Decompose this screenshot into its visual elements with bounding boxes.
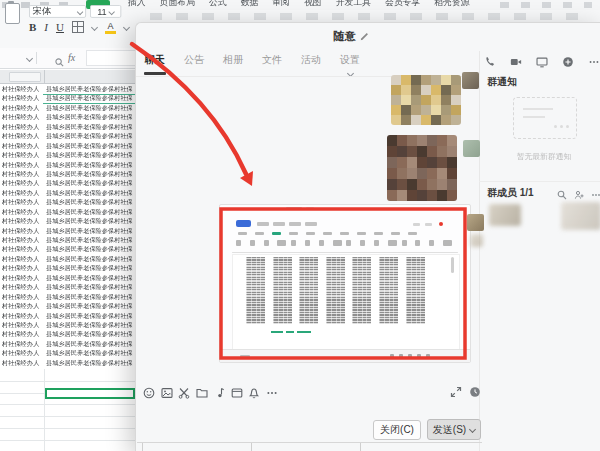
history-icon[interactable] <box>469 384 481 396</box>
selected-cell[interactable] <box>45 388 135 399</box>
sheet-row[interactable]: 村社保经办人县城乡居民养老保险参保村社保 <box>0 311 140 320</box>
more-icon[interactable] <box>588 54 600 66</box>
borders-icon[interactable] <box>72 21 84 33</box>
launch-app-icon[interactable] <box>562 54 574 66</box>
toolbar-ghost-icons[interactable] <box>150 13 590 20</box>
sent-photo-censored[interactable] <box>387 135 457 201</box>
add-member-icon[interactable] <box>574 186 584 196</box>
formula-input[interactable] <box>86 50 136 66</box>
emoji-icon[interactable] <box>143 385 155 397</box>
doc-text-column <box>406 257 425 324</box>
search-icon[interactable] <box>55 53 64 62</box>
avatar[interactable] <box>463 140 480 157</box>
sheet-row[interactable]: 村社保经办人县城乡居民养老保险参保村社保 <box>0 84 140 93</box>
menu-right-icons[interactable] <box>500 2 592 8</box>
menu-items: 插入页面布局公式数据审阅视图开发工具会员专享稻壳资源 <box>128 0 469 8</box>
sheet-row[interactable]: 村社保经办人县城乡居民养老保险参保村社保 <box>0 122 140 131</box>
font-size-select[interactable]: 11 <box>90 5 121 18</box>
sheet-data-rows[interactable]: 村社保经办人县城乡居民养老保险参保村社保村社保经办人县城乡居民养老保险参保村社保… <box>0 84 140 369</box>
screenshot-scissors-icon[interactable] <box>178 385 190 397</box>
tab-item[interactable]: 公告 <box>183 53 205 78</box>
italic-button[interactable]: I <box>44 21 48 33</box>
sheet-row[interactable]: 村社保经办人县城乡居民养老保险参保村社保 <box>0 301 140 310</box>
window-capture-icon[interactable] <box>231 385 243 397</box>
doc-close-button <box>439 222 443 226</box>
sheet-row[interactable]: 村社保经办人县城乡居民养老保险参保村社保 <box>0 226 140 235</box>
group-chat-window: 随意 聊天公告相册文件活动设置 <box>135 22 600 451</box>
file-folder-icon[interactable] <box>196 385 208 397</box>
sheet-row[interactable]: 村社保经办人县城乡居民养老保险参保村社保 <box>0 131 140 140</box>
sheet-row[interactable]: 村社保经办人县城乡居民养老保险参保村社保 <box>0 254 140 263</box>
sent-document-screenshot[interactable] <box>219 204 471 363</box>
sheet-row[interactable]: 村社保经办人县城乡居民养老保险参保村社保 <box>0 207 140 216</box>
avatar[interactable] <box>462 72 479 89</box>
menu-item[interactable]: 数据 <box>241 0 259 8</box>
close-button[interactable]: 关闭(C) <box>373 420 421 440</box>
sheet-row[interactable]: 村社保经办人县城乡居民养老保险参保村社保 <box>0 197 140 206</box>
name-box[interactable] <box>2 52 37 64</box>
sheet-row[interactable]: 村社保经办人县城乡居民养老保险参保村社保 <box>0 178 140 187</box>
sheet-row[interactable]: 村社保经办人县城乡居民养老保险参保村社保 <box>0 282 140 291</box>
member-avatar-censored[interactable] <box>489 204 521 226</box>
image-icon[interactable] <box>161 385 173 397</box>
sheet-row[interactable]: 村社保经办人县城乡居民养老保险参保村社保 <box>0 112 140 121</box>
menu-item[interactable]: 会员专享 <box>385 0 420 8</box>
more-tools-icon[interactable] <box>266 385 278 397</box>
menu-item[interactable]: 开发工具 <box>336 0 371 8</box>
fill-color-icon[interactable]: A <box>105 22 116 33</box>
voice-call-icon[interactable] <box>484 54 496 66</box>
expand-icon[interactable] <box>450 384 462 396</box>
doc-text-column <box>379 257 398 324</box>
menu-item[interactable]: 稻壳资源 <box>434 0 469 8</box>
sheet-row[interactable]: 村社保经办人县城乡居民养老保险参保村社保 <box>0 93 140 102</box>
sheet-row[interactable]: 村社保经办人县城乡居民养老保险参保村社保 <box>0 263 140 272</box>
chevron-down-icon[interactable] <box>91 23 98 30</box>
menu-item[interactable]: 页面布局 <box>160 0 195 8</box>
sheet-row[interactable]: 村社保经办人县城乡居民养老保险参保村社保 <box>0 244 140 253</box>
column-headers[interactable] <box>0 70 138 84</box>
sheet-row[interactable]: 村社保经办人县城乡居民养老保险参保村社保 <box>0 150 140 159</box>
pencil-icon[interactable] <box>360 32 369 41</box>
audio-icon[interactable] <box>213 385 225 397</box>
empty-notice-illustration <box>513 97 577 139</box>
chevron-down-icon[interactable] <box>123 23 130 30</box>
tab-item[interactable]: 相册 <box>222 53 244 78</box>
menu-item[interactable]: 公式 <box>209 0 227 8</box>
sheet-row[interactable]: 村社保经办人县城乡居民养老保险参保村社保 <box>0 358 140 367</box>
sheet-row[interactable]: 村社保经办人县城乡居民养老保险参保村社保 <box>0 292 140 301</box>
sheet-row[interactable]: 村社保经办人县城乡居民养老保险参保村社保 <box>0 329 140 338</box>
send-options-caret[interactable] <box>469 426 476 433</box>
search-member-icon[interactable] <box>557 186 567 196</box>
sheet-row[interactable]: 村社保经办人县城乡居民养老保险参保村社保 <box>0 103 140 112</box>
tab-item[interactable]: 文件 <box>261 53 283 78</box>
sheet-row[interactable]: 村社保经办人县城乡居民养老保险参保村社保 <box>0 320 140 329</box>
sheet-row[interactable]: 村社保经办人县城乡居民养老保险参保村社保 <box>0 216 140 225</box>
menu-item[interactable]: 审阅 <box>272 0 290 8</box>
sheet-row[interactable]: 村社保经办人县城乡居民养老保险参保村社保 <box>0 348 140 357</box>
tab-item[interactable]: 活动 <box>300 53 322 78</box>
sheet-row[interactable]: 村社保经办人县城乡居民养老保险参保村社保 <box>0 141 140 150</box>
sent-photo-censored[interactable] <box>391 75 461 125</box>
member-more-icon[interactable] <box>591 186 600 196</box>
sheet-row[interactable]: 村社保经办人县城乡居民养老保险参保村社保 <box>0 339 140 348</box>
underline-button[interactable]: U <box>56 21 64 33</box>
screen-share-icon[interactable] <box>536 54 548 66</box>
chat-title: 随意 <box>334 29 356 44</box>
paste-icon[interactable] <box>5 3 20 24</box>
avatar[interactable] <box>467 214 484 231</box>
send-button[interactable]: 发送(S) <box>427 419 481 440</box>
sheet-row[interactable]: 村社保经办人县城乡居民养老保险参保村社保 <box>0 235 140 244</box>
sheet-row[interactable]: 村社保经办人县城乡居民养老保险参保村社保 <box>0 273 140 282</box>
empty-grid[interactable] <box>0 369 138 451</box>
sheet-row[interactable]: 村社保经办人县城乡居民养老保险参保村社保 <box>0 169 140 178</box>
bold-button[interactable]: B <box>29 21 36 33</box>
bell-icon[interactable] <box>248 385 260 397</box>
tab-item[interactable]: 设置 <box>339 53 361 78</box>
sheet-row[interactable]: 村社保经办人县城乡居民养老保险参保村社保 <box>0 160 140 169</box>
sheet-row[interactable]: 村社保经办人县城乡居民养老保险参保村社保 <box>0 188 140 197</box>
send-button-label: 发送(S) <box>433 423 466 437</box>
font-name-select[interactable]: 宋体 <box>29 5 86 18</box>
video-call-icon[interactable] <box>510 54 522 66</box>
menu-item[interactable]: 视图 <box>304 0 322 8</box>
menu-item[interactable]: 插入 <box>128 0 146 8</box>
